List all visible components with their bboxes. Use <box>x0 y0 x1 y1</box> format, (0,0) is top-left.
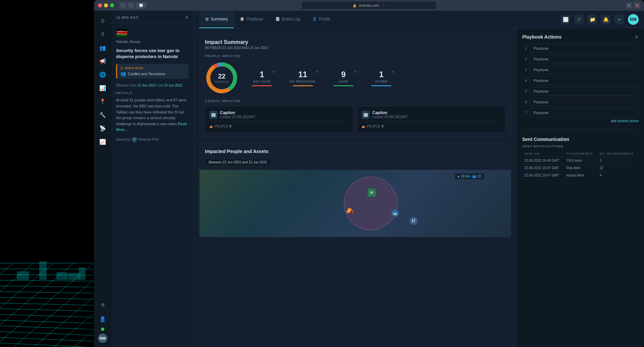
main-content: ▦ Summery 📋 Playbook 📄 Event Log 👤 Profi… <box>194 11 644 347</box>
content-split: Impact Summary BETWEEN 22 Jun 2022 AND 2… <box>194 28 644 347</box>
asset-icon-1: 🏢 <box>209 111 217 119</box>
maximize-button[interactable] <box>110 3 114 7</box>
sidebar-item-tools[interactable]: 🔧 <box>97 109 109 121</box>
stat-safe: 👁 9 SAFE <box>328 70 359 86</box>
forward-arrow[interactable]: › <box>127 2 134 9</box>
user-avatar-main[interactable]: NW <box>628 14 639 25</box>
divider <box>522 130 639 130</box>
sidebar-item-location[interactable]: 📍 <box>97 95 109 107</box>
playbook-input-3[interactable]: Playbook <box>530 65 639 74</box>
map-pin-flag: ⛺ <box>346 205 354 213</box>
playbook-input-4[interactable]: Playbook <box>530 76 639 85</box>
notif-recipients-2: 22 <box>598 164 639 172</box>
add-action-link[interactable]: add another action <box>522 119 639 123</box>
tab-button[interactable]: ⬜ <box>136 2 146 9</box>
playbook-row-5: 5 Playbook <box>522 87 639 96</box>
assets-section: ASSETS IMPACTED 🏢 Caption London EC2M 55… <box>205 99 505 133</box>
notif-row-2[interactable]: 22-06-2022 10:47 GMT Risk Alert 22 <box>522 164 639 172</box>
sidebar-item-pause[interactable]: ⏸ <box>97 28 109 40</box>
impact-summary-card: Impact Summary BETWEEN 22 Jun 2022 AND 2… <box>199 34 511 138</box>
tab-profile[interactable]: 👤 Profile <box>306 11 336 28</box>
playbook-actions-title: Playbook Actions <box>522 34 561 40</box>
tab-event-log[interactable]: 📄 Event Log <box>269 11 306 28</box>
playbook-input-1[interactable]: Playbook <box>530 44 639 53</box>
sidebar: ⚙ ⏸ 👥 📢 🌐 📊 📍 🔧 📡 📈 ⚗ 👤 NW <box>94 11 111 347</box>
alert-time: 12 MIN AGO <box>116 16 139 19</box>
asset-people-1: ⛺ PEOPLE 0 <box>209 121 349 128</box>
stat-no-response: 👁 11 NO RESPONSE <box>284 70 321 86</box>
asset-title-2: Caption London EC2M 55QSKF <box>372 110 408 119</box>
bell-button[interactable]: 🔔 <box>601 15 610 24</box>
notif-title-3: Impact Alert <box>564 172 597 179</box>
alert-title: Security forces use tear gas to disperse… <box>111 48 194 64</box>
close-button[interactable] <box>98 3 102 7</box>
playbook-input-6[interactable]: Playbook <box>530 98 639 106</box>
playbook-input-2[interactable]: Playbook <box>530 55 639 63</box>
issuer-icon: R <box>132 137 137 142</box>
back-arrow[interactable]: ‹ <box>119 2 126 9</box>
top-nav-right: ⬜ ↗ 📁 🔔 + NW <box>561 14 639 25</box>
bar-other <box>371 85 391 86</box>
notif-sent-3: 22-06-2022 10:47 GMT <box>522 172 564 179</box>
bookmark-ctrl[interactable]: 🔖 <box>634 2 640 8</box>
copy-button[interactable]: ⬜ <box>561 15 570 24</box>
col-recipients: NO. OF RECIPIENTS <box>598 151 639 157</box>
sidebar-item-users[interactable]: 👥 <box>97 42 109 54</box>
eye-icon-4[interactable]: 👁 <box>391 70 395 74</box>
map-pin-17: 17 <box>410 217 418 225</box>
playbook-list: 1 Playbook 2 Playbook 3 Playbook 4 <box>522 44 639 117</box>
map-section: Impacted People and Assets Between 22 Ju… <box>199 144 511 237</box>
sidebar-item-alert[interactable]: 📢 <box>97 55 109 67</box>
impact-summary-title: Impact Summary <box>205 39 505 45</box>
playbook-row-6: 6 Playbook <box>522 98 639 106</box>
sidebar-item-filters[interactable]: ⚗ <box>97 299 109 311</box>
title-bar: ‹ › ⬜ 🔒 restrata.com ↻ ⬆ 🔖 <box>94 0 644 11</box>
asset-card-2: 🏢 Caption London EC2M 55QSKF ⛺ PEOPLE <box>357 106 505 133</box>
details-text: At least 31 people were killed, and 87 w… <box>116 97 189 133</box>
map-date-badge: Between 22 Jun 2022 and 23 Jun 2022 <box>205 159 271 166</box>
minimize-button[interactable] <box>104 3 108 7</box>
address-bar[interactable]: 🔒 restrata.com ↻ <box>302 2 436 9</box>
stat-items: 👁 1 NOT SAFE 👁 11 NO RESPONSE <box>247 70 505 86</box>
map-pin-bus: 🚌 <box>391 209 399 217</box>
assets-grid: 🏢 Caption London EC2M 55QSKF ⛺ PEOPLE <box>205 106 505 133</box>
sidebar-item-settings[interactable]: ⚙ <box>97 15 109 27</box>
add-button[interactable]: + <box>614 15 624 24</box>
sent-communication-section: Sent Communication SENT NOTIFICATIONS SE… <box>522 137 639 179</box>
asset-card-1: 🏢 Caption London EC2M 55QSKF ⛺ PEOPLE <box>205 106 353 133</box>
playbook-input-5[interactable]: Playbook <box>530 87 639 96</box>
map-km-badge: ● 10 Km 👥 22 <box>454 173 484 180</box>
sidebar-item-radar[interactable]: 📡 <box>97 122 109 134</box>
map-background: ● 10 Km 👥 22 JF ⛺ 🚌 17 <box>200 170 511 237</box>
notif-row-3[interactable]: 22-06-2022 10:47 GMT Impact Alert 4 <box>522 172 639 179</box>
bar-safe <box>333 85 354 86</box>
nav-arrows: ‹ › ⬜ <box>119 2 146 9</box>
user-avatar[interactable]: NW <box>98 334 107 343</box>
playbook-header: Playbook Actions ∧ <box>522 34 639 40</box>
close-alert-button[interactable]: ✕ <box>185 15 189 20</box>
playbook-icon: 📋 <box>240 17 245 21</box>
eye-icon-2[interactable]: 👁 <box>315 70 319 74</box>
tab-summary[interactable]: ▦ Summery <box>199 11 234 28</box>
eye-icon-3[interactable]: 👁 <box>353 70 357 74</box>
sidebar-item-analytics[interactable]: 📈 <box>97 136 109 148</box>
playbook-row-3: 3 Playbook <box>522 65 639 74</box>
alert-panel: 12 MIN AGO ✕ 🇰🇪 Nairobi, Kenya Security … <box>111 11 194 347</box>
playbook-input-7[interactable]: Playbook <box>530 108 639 117</box>
details-section: DETAILS At least 31 people were killed, … <box>111 91 194 142</box>
tab-playbook[interactable]: 📋 Playbook <box>234 11 269 28</box>
window-controls: ⬆ 🔖 <box>626 2 640 8</box>
stat-other: 👁 1 OTHER <box>366 70 397 86</box>
share-button[interactable]: ↗ <box>574 15 584 24</box>
folder-button[interactable]: 📁 <box>588 15 597 24</box>
sidebar-item-chart[interactable]: 📊 <box>97 82 109 94</box>
details-label: DETAILS <box>116 91 189 95</box>
share-ctrl[interactable]: ⬆ <box>626 2 632 8</box>
sidebar-item-network[interactable]: 🌐 <box>97 68 109 81</box>
notif-row-1[interactable]: 22-06-2022 10:48 GMT CRO team 3 <box>522 157 639 164</box>
eye-icon-1[interactable]: 👁 <box>272 70 275 74</box>
people-stats: 22 PEOPLE 👁 1 NOT SAFE <box>205 61 505 95</box>
collapse-playbook-button[interactable]: ∧ <box>635 34 639 40</box>
sidebar-item-person[interactable]: 👤 <box>97 313 109 325</box>
map-container[interactable]: ● 10 Km 👥 22 JF ⛺ 🚌 17 <box>200 170 511 237</box>
